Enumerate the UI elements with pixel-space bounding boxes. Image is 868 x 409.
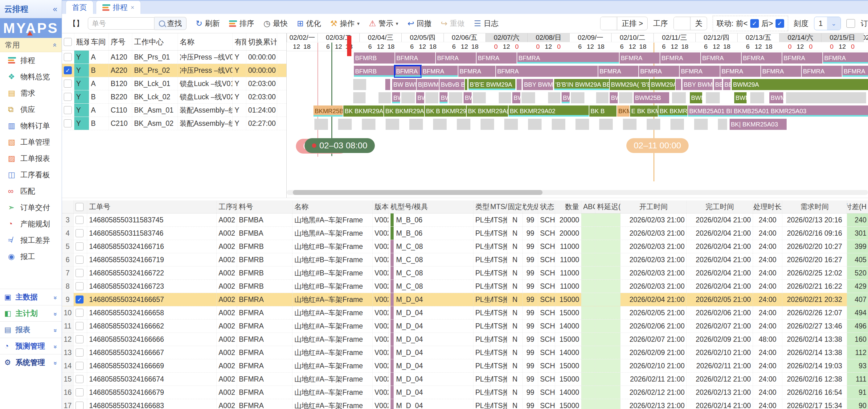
gantt-bar[interactable]: BWM29A( 'B'B'I [610, 79, 649, 90]
gantt-bar[interactable] [499, 92, 511, 103]
find-button[interactable]: 查找 [154, 17, 186, 30]
刷新-button[interactable]: ↻刷新 [196, 19, 220, 28]
row-checkbox[interactable] [75, 256, 84, 264]
gantt-bar[interactable]: BFMRA [598, 66, 638, 77]
gantt-bar[interactable] [623, 119, 637, 130]
gantt-bar[interactable]: BK B [589, 106, 617, 117]
gantt-bar[interactable]: B|BWM25A [417, 79, 439, 90]
row-checkbox[interactable]: ✓ [64, 66, 72, 74]
gantt-bar[interactable] [457, 119, 470, 130]
table-row[interactable]: 141468058550324166669A002BFMRA山地红#A–车架Fr… [62, 359, 868, 373]
gantt-bar[interactable]: BFMRA [823, 53, 868, 63]
sidebar-item-工单管理[interactable]: ▧工单管理 [0, 134, 62, 150]
sidebar-collapse-icon[interactable]: « [53, 4, 57, 14]
gantt-bar[interactable]: BFMRA [476, 53, 517, 63]
gantt-bar[interactable]: BK BKMR29A( [384, 106, 424, 117]
gantt-bar[interactable] [480, 119, 494, 130]
sidebar-item-产能规划[interactable]: ◔产能规划 [0, 215, 62, 232]
gantt-bar[interactable]: BFMRB [354, 53, 395, 63]
row-checkbox[interactable] [64, 80, 72, 88]
sidebar-group-主数据[interactable]: ▣主数据» [0, 289, 62, 305]
gantt-bar[interactable] [353, 79, 366, 90]
gantt-bar[interactable]: B'B'E BWM29A [468, 79, 516, 90]
sidebar-item-需求[interactable]: ▤需求 [0, 85, 62, 101]
gantt-bar[interactable] [548, 92, 560, 103]
gantt-bar[interactable]: BWM [439, 92, 447, 103]
sidebar-group-系统管理[interactable]: ⚙系统管理» [0, 354, 62, 371]
gantt-bar[interactable] [647, 119, 660, 130]
gantt-bar[interactable] [385, 79, 390, 90]
gantt-bar[interactable]: BWM [690, 92, 702, 103]
gantt-bar[interactable] [314, 119, 328, 130]
row-checkbox[interactable] [64, 93, 72, 101]
gantt-bar[interactable] [528, 119, 541, 130]
row-checkbox[interactable] [75, 402, 84, 409]
sidebar-group-预测管理[interactable]: ◔预测管理» [0, 338, 62, 354]
table-row[interactable]: 151468058550324166674A002BFMRA山地红#A–车架Fr… [62, 373, 868, 386]
gantt-bar[interactable] [433, 119, 447, 130]
gantt-bar[interactable]: BK BKMR29A BK BE [658, 106, 687, 117]
操作-button[interactable]: ⚒操作▾ [330, 19, 360, 28]
gantt-bar[interactable]: BFMRA [842, 66, 868, 77]
gantt-bar[interactable] [449, 92, 462, 103]
优化-button[interactable]: ⊞优化 [297, 19, 321, 28]
gantt-bar[interactable]: BK BKMR29A02 [508, 106, 589, 117]
sidebar-item-物料总览[interactable]: ❖物料总览 [0, 68, 62, 85]
gantt-bar[interactable] [522, 92, 535, 103]
gantt-bar[interactable] [353, 92, 366, 103]
gantt-bar[interactable] [385, 119, 399, 130]
gantt-bar[interactable]: BBY [723, 79, 731, 90]
table-row[interactable]: 71468058550324166722A002BFMRB山地红#B–车架Fra… [62, 266, 868, 280]
row-checkbox[interactable]: ✓ [75, 295, 84, 303]
gantt-bar[interactable] [672, 92, 686, 103]
gantt-bar[interactable]: BWM [512, 92, 520, 103]
gantt-bar[interactable]: E BK BKMR29A( [630, 106, 658, 117]
gantt-bar[interactable] [619, 92, 632, 103]
table-row[interactable]: 61468058550324166719A002BFMRB山地红#B–车架Fra… [62, 253, 868, 266]
gantt-bar[interactable]: BFMRA [761, 66, 801, 77]
gantt-bar[interactable] [596, 92, 609, 103]
scale-select[interactable]: 1 ⌄ [814, 17, 841, 30]
gantt-bar[interactable]: BFMRA [458, 66, 495, 77]
gantt-bar[interactable] [599, 119, 613, 130]
gantt-bar[interactable]: BWM [610, 92, 618, 103]
gantt-bar[interactable] [504, 119, 518, 130]
gantt-bar[interactable]: BFMRA [802, 66, 842, 77]
gantt-bar[interactable] [425, 92, 438, 103]
警示-button[interactable]: ⚠警示▾ [369, 19, 398, 28]
row-checkbox[interactable] [64, 119, 72, 127]
table-row[interactable]: 161468058550324166679A002BFMRA山地红#A–车架Fr… [62, 386, 868, 399]
close-icon[interactable]: × [131, 4, 134, 11]
row-checkbox[interactable] [64, 53, 72, 61]
最快-button[interactable]: ◷最快 [264, 19, 288, 28]
forward-schedule-toggle[interactable]: 正排 > [600, 17, 648, 30]
gantt-bar[interactable]: BFMRA [660, 53, 700, 63]
tab-排程[interactable]: 排程× [96, 1, 141, 14]
gantt-bar[interactable]: BFMRA [395, 66, 421, 77]
日志-button[interactable]: ☰日志 [474, 19, 498, 28]
row-checkbox[interactable] [75, 375, 84, 383]
gantt-bar[interactable]: BWM29A B [650, 79, 675, 90]
table-row[interactable]: 51468058550324166716A002BFMRB山地红#B–车架Fra… [62, 240, 868, 253]
table-row[interactable]: 9✓1468058550324166657A002BFMRA山地红#A–车架Fr… [62, 293, 868, 306]
gantt-bar[interactable]: BWM [769, 92, 783, 103]
gantt-bar[interactable] [576, 119, 589, 130]
gantt-bar[interactable]: BFMRA [742, 53, 782, 63]
gantt-bar[interactable]: BWM [562, 92, 569, 103]
select-all-checkbox[interactable] [64, 38, 72, 46]
resource-row[interactable]: YBB220BK_Lck_02锁盘Luck –线V02Y02:03:00 [62, 90, 286, 104]
gantt-bar[interactable]: BWM29A [732, 79, 868, 90]
gantt-bar[interactable]: BFMRA [436, 53, 476, 63]
gantt-bar[interactable]: BK| BKMR25A03 [730, 119, 786, 130]
gantt-bar[interactable]: BKMR25B02 [617, 106, 629, 117]
gantt-bar[interactable] [694, 119, 708, 130]
sidebar-item-匹配[interactable]: ∞匹配 [0, 183, 62, 199]
row-checkbox[interactable] [75, 322, 84, 330]
gantt-bar[interactable]: BFMRA [720, 66, 761, 77]
sidebar-item-物料订单[interactable]: ▥物料订单 [0, 118, 62, 134]
gantt-bar[interactable] [465, 79, 467, 90]
gantt-bar[interactable]: BFMRA [421, 66, 458, 77]
table-row[interactable]: 131468058550324166667A002BFMRA山地红#A–车架Fr… [62, 346, 868, 359]
sidebar-item-报工[interactable]: ◉报工 [0, 248, 62, 265]
gantt-bar[interactable]: BWM [392, 92, 400, 103]
